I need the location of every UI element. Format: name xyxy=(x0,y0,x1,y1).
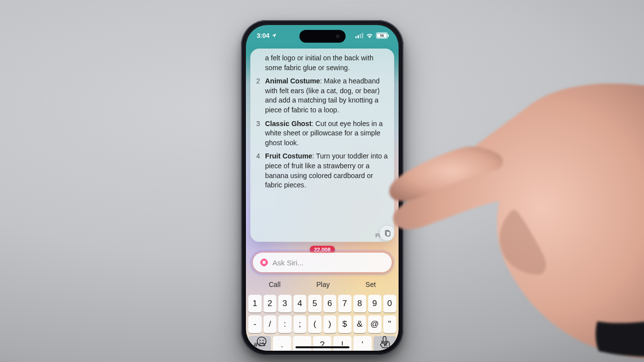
key-"[interactable]: " xyxy=(383,315,397,333)
home-indicator[interactable] xyxy=(295,346,349,349)
suggestion-set[interactable]: Set xyxy=(356,281,386,288)
list-number: 2 xyxy=(256,77,260,86)
wifi-icon xyxy=(366,33,374,38)
siri-input-pill[interactable]: Ask Siri... xyxy=(253,253,392,272)
list-title: Classic Ghost xyxy=(265,120,312,128)
emoji-icon[interactable] xyxy=(256,336,268,347)
suggestion-call[interactable]: Call xyxy=(259,281,290,288)
key-6[interactable]: 6 xyxy=(323,295,337,312)
key-&[interactable]: & xyxy=(353,315,367,333)
list-number: 4 xyxy=(256,152,260,161)
siri-icon xyxy=(260,258,268,267)
photo-backdrop: 3:04 58 xyxy=(0,0,644,362)
list-number: 3 xyxy=(256,119,260,129)
key-5[interactable]: 5 xyxy=(308,295,322,312)
key--[interactable]: - xyxy=(248,315,262,333)
key-1[interactable]: 1 xyxy=(248,295,262,312)
key-8[interactable]: 8 xyxy=(353,295,367,312)
onscreen-keyboard: 1234567890 -/:;()$&@" #+= .,?!' ABC spac… xyxy=(247,294,397,335)
key-:[interactable]: : xyxy=(278,315,292,333)
location-icon xyxy=(271,33,277,38)
key-;[interactable]: ; xyxy=(294,315,307,333)
key-4[interactable]: 4 xyxy=(294,295,307,312)
key-@[interactable]: @ xyxy=(368,315,381,333)
keyboard-suggestion-bar: Call Play Set xyxy=(251,277,394,292)
svg-rect-0 xyxy=(355,36,357,38)
phone-chassis: 3:04 58 xyxy=(241,20,403,356)
status-bar: 3:04 58 xyxy=(246,25,399,46)
list-item: 2 Animal Costume: Make a headband with f… xyxy=(256,77,388,115)
svg-point-7 xyxy=(260,340,261,341)
copy-icon xyxy=(384,230,391,237)
svg-point-8 xyxy=(263,340,264,341)
keyboard-bottom-bar xyxy=(246,334,399,351)
battery-level: 58 xyxy=(380,34,384,37)
svg-rect-5 xyxy=(386,231,390,235)
key-9[interactable]: 9 xyxy=(368,295,381,312)
status-time: 3:04 xyxy=(257,32,269,39)
key-)[interactable]: ) xyxy=(323,315,337,333)
list-title: Fruit Costume xyxy=(265,152,312,160)
list-item-continuation: a felt logo or initial on the back with … xyxy=(256,53,388,73)
key-/[interactable]: / xyxy=(264,315,277,333)
cellular-icon xyxy=(355,33,363,38)
siri-input[interactable]: Ask Siri... xyxy=(272,259,385,267)
svg-rect-3 xyxy=(362,33,363,38)
siri-response-card[interactable]: a felt logo or initial on the back with … xyxy=(250,49,394,242)
svg-point-6 xyxy=(257,337,266,346)
svg-rect-2 xyxy=(360,33,361,38)
key-([interactable]: ( xyxy=(308,315,322,333)
svg-rect-9 xyxy=(383,336,386,342)
list-item: 4 Fruit Costume: Turn your toddler into … xyxy=(256,152,388,190)
dictation-mic-icon[interactable] xyxy=(380,336,389,347)
key-3[interactable]: 3 xyxy=(278,295,292,312)
suggestion-play[interactable]: Play xyxy=(306,281,339,288)
phone-screen: 3:04 58 xyxy=(246,25,399,351)
svg-rect-1 xyxy=(357,35,359,38)
key-0[interactable]: 0 xyxy=(383,295,397,312)
key-2[interactable]: 2 xyxy=(264,295,277,312)
key-7[interactable]: 7 xyxy=(338,295,351,312)
key-$[interactable]: $ xyxy=(338,315,351,333)
list-item: 3 Classic Ghost: Cut out eye holes in a … xyxy=(256,119,388,148)
copy-button[interactable] xyxy=(379,225,394,241)
battery-icon: 58 xyxy=(376,32,388,39)
list-title: Animal Costume xyxy=(265,77,320,85)
